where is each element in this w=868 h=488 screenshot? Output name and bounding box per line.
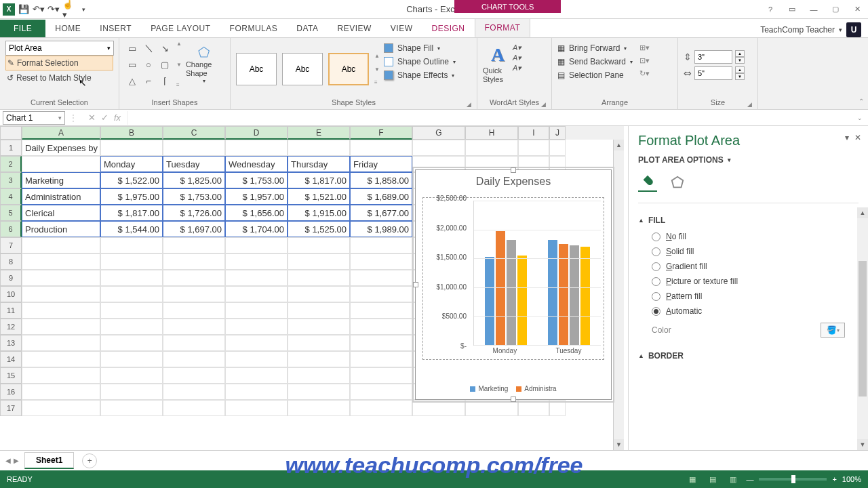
cell[interactable] [350, 367, 412, 384]
cell[interactable] [100, 384, 163, 400]
bring-forward-button[interactable]: ▦Bring Forward▾ [557, 43, 633, 53]
collapse-ribbon-icon[interactable]: ⌃ [859, 98, 864, 105]
cell[interactable] [100, 335, 163, 351]
cell[interactable] [518, 400, 549, 416]
cell[interactable] [163, 400, 225, 416]
row-header[interactable]: 10 [0, 286, 22, 302]
cell[interactable] [288, 351, 350, 367]
spin-down-icon[interactable]: ▼ [735, 57, 745, 64]
width-input[interactable]: 5" [694, 66, 732, 80]
cell[interactable]: $ 1,522.00 [100, 172, 163, 188]
cell[interactable]: $ 1,753.00 [163, 188, 225, 205]
cell[interactable] [350, 384, 412, 400]
cell[interactable] [22, 253, 100, 270]
tab-data[interactable]: DATA [287, 20, 328, 37]
cell[interactable]: $ 1,817.00 [288, 172, 350, 188]
cell[interactable] [549, 140, 566, 156]
tab-format[interactable]: FORMAT [475, 18, 531, 37]
formula-input[interactable] [127, 111, 852, 125]
cell[interactable]: $ 1,544.00 [100, 221, 163, 237]
row-header[interactable]: 4 [0, 188, 22, 205]
zoom-level[interactable]: 100% [842, 475, 861, 483]
touch-mode-icon[interactable]: ☝▾ [62, 3, 75, 16]
cell[interactable]: $ 1,858.00 [350, 172, 412, 188]
cell[interactable] [350, 335, 412, 351]
fx-icon[interactable]: fx [114, 113, 121, 123]
redo-icon[interactable]: ↷▾ [47, 3, 60, 16]
cell[interactable] [100, 270, 163, 286]
cell[interactable] [225, 286, 288, 302]
gallery-up-icon[interactable]: ▲ [374, 53, 380, 59]
cell[interactable] [288, 253, 350, 270]
cell[interactable] [22, 286, 100, 302]
cell[interactable] [288, 384, 350, 400]
cell[interactable]: $ 1,704.00 [225, 221, 288, 237]
minimize-icon[interactable]: — [806, 3, 822, 16]
cell[interactable] [100, 286, 163, 302]
row-header[interactable]: 2 [0, 156, 22, 172]
cell[interactable]: $ 1,689.00 [350, 188, 412, 205]
column-header[interactable]: E [288, 126, 350, 140]
help-icon[interactable]: ? [762, 3, 778, 16]
rect-shape-icon[interactable]: ▭ [125, 57, 140, 72]
cell[interactable] [225, 384, 288, 400]
chart-element-dropdown[interactable]: Plot Area▾ [5, 41, 114, 56]
style-preset-2[interactable]: Abc [282, 53, 323, 85]
cell[interactable]: Thursday [288, 156, 350, 172]
row-header[interactable]: 17 [0, 400, 22, 416]
cell[interactable]: $ 1,957.00 [225, 188, 288, 205]
tab-file[interactable]: FILE [0, 20, 45, 37]
tab-view[interactable]: VIEW [381, 20, 422, 37]
cell[interactable]: $ 1,989.00 [350, 221, 412, 237]
bar[interactable] [570, 245, 579, 345]
row-header[interactable]: 7 [0, 237, 22, 253]
cell[interactable] [225, 237, 288, 253]
border-section-header[interactable]: ▲BORDER [638, 348, 859, 363]
align-icon[interactable]: ⊞▾ [639, 43, 650, 52]
format-selection-button[interactable]: ✎ Format Selection [5, 56, 113, 70]
cell[interactable] [22, 270, 100, 286]
cell[interactable] [22, 335, 100, 351]
cell[interactable] [350, 302, 412, 319]
row-header[interactable]: 12 [0, 319, 22, 335]
column-header[interactable]: D [225, 126, 288, 140]
zoom-out-icon[interactable]: — [746, 475, 753, 483]
cell[interactable] [225, 302, 288, 319]
pane-options-icon[interactable]: ▾ [845, 133, 849, 142]
fill-option-radio[interactable]: Automatic [652, 306, 859, 316]
pane-scrollbar[interactable]: ▲ ▼ [857, 207, 868, 450]
cell[interactable] [22, 319, 100, 335]
shape-outline-button[interactable]: Shape Outline▾ [384, 57, 456, 66]
cell[interactable] [288, 302, 350, 319]
ribbon-display-icon[interactable]: ▭ [784, 3, 800, 16]
add-sheet-button[interactable]: + [82, 453, 97, 468]
style-preset-1[interactable]: Abc [236, 53, 277, 85]
cell[interactable] [350, 140, 412, 156]
tab-page-layout[interactable]: PAGE LAYOUT [141, 20, 220, 37]
cell[interactable] [288, 237, 350, 253]
send-backward-button[interactable]: ▦Send Backward▾ [557, 57, 633, 66]
gallery-more-icon[interactable]: ≡ [176, 82, 182, 88]
embedded-chart[interactable]: Daily Expenses $2,500.00$2,000.00$1,500.… [415, 169, 612, 400]
spin-up-icon[interactable]: ▲ [735, 66, 745, 73]
prev-sheet-icon[interactable]: ◀ [5, 457, 11, 464]
launcher-icon[interactable]: ◢ [467, 101, 471, 108]
zoom-in-icon[interactable]: + [832, 475, 836, 483]
cell[interactable] [163, 237, 225, 253]
fill-section-header[interactable]: ▲FILL [638, 213, 859, 228]
cell[interactable]: $ 1,915.00 [288, 205, 350, 221]
page-layout-icon[interactable]: ▤ [705, 473, 720, 485]
style-preset-3[interactable]: Abc [328, 53, 369, 85]
chart-legend[interactable]: Marketing Administra [416, 385, 611, 392]
cell[interactable] [288, 140, 350, 156]
cell[interactable] [288, 367, 350, 384]
normal-view-icon[interactable]: ▦ [685, 473, 700, 485]
tab-insert[interactable]: INSERT [90, 20, 141, 37]
cell[interactable]: Wednesday [225, 156, 288, 172]
brace-shape-icon[interactable]: ⌈ [157, 73, 172, 88]
tab-review[interactable]: REVIEW [328, 20, 380, 37]
cell[interactable] [225, 270, 288, 286]
selection-pane-button[interactable]: ▤Selection Pane [557, 70, 633, 80]
spin-up-icon[interactable]: ▲ [735, 50, 745, 57]
zoom-slider[interactable] [759, 478, 827, 481]
